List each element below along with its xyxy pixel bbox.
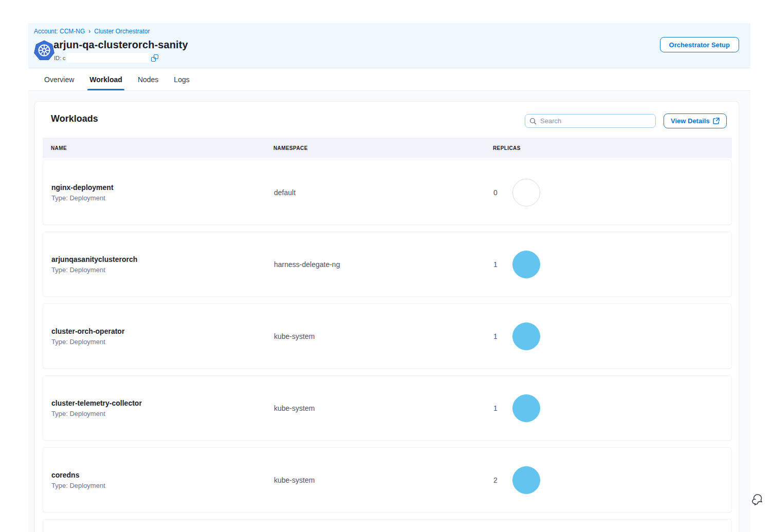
- workload-type: Type: Deployment: [51, 194, 274, 202]
- tab-overview[interactable]: Overview: [43, 68, 75, 90]
- breadcrumb-separator-icon: ›: [88, 28, 90, 35]
- workload-table-body: nginx-deployment Type: Deployment defaul…: [43, 160, 732, 512]
- table-row-partial[interactable]: [43, 519, 732, 532]
- replica-status-circle: [512, 179, 540, 206]
- workload-name-cell: cluster-orch-operator Type: Deployment: [51, 327, 274, 346]
- table-row[interactable]: cluster-telemetry-collector Type: Deploy…: [43, 375, 732, 441]
- copy-icon[interactable]: [151, 54, 158, 62]
- tab-logs[interactable]: Logs: [173, 68, 190, 90]
- orchestrator-setup-button[interactable]: Orchestrator Setup: [660, 37, 739, 52]
- search-icon: [529, 118, 537, 125]
- replica-status-circle: [512, 466, 540, 494]
- breadcrumb: Account: CCM-NG › Cluster Orchestrator: [34, 28, 150, 35]
- table-row[interactable]: arjunqasanityclusterorch Type: Deploymen…: [43, 232, 732, 297]
- workload-name-cell: nginx-deployment Type: Deployment: [51, 183, 274, 202]
- cluster-id-redacted-value: [67, 53, 149, 63]
- workload-replicas-cell: 1: [493, 394, 731, 422]
- search-box: [525, 114, 656, 128]
- breadcrumb-account-link[interactable]: Account: CCM-NG: [34, 28, 85, 35]
- cluster-id-row: ID: c: [54, 53, 158, 63]
- workload-name: arjunqasanityclusterorch: [51, 255, 274, 263]
- workload-name-cell: coredns Type: Deployment: [51, 471, 274, 489]
- replicas-count: 1: [493, 260, 500, 269]
- table-row[interactable]: cluster-orch-operator Type: Deployment k…: [43, 303, 732, 369]
- workload-replicas-cell: 1: [493, 322, 731, 350]
- search-input[interactable]: [540, 117, 651, 125]
- kubernetes-icon: [34, 40, 54, 61]
- workloads-table: NAME NAMESPACE REPLICAS nginx-deployment…: [43, 138, 732, 532]
- content-area: Workloads View Details NAME NAMESPAC: [28, 91, 750, 532]
- workload-name: cluster-orch-operator: [51, 327, 274, 335]
- replicas-count: 1: [493, 404, 500, 412]
- replica-status-circle: [512, 251, 540, 278]
- table-header-row: NAME NAMESPACE REPLICAS: [43, 138, 732, 158]
- workload-namespace: default: [274, 188, 493, 197]
- workloads-title: Workloads: [51, 113, 98, 124]
- workload-replicas-cell: 0: [493, 179, 731, 206]
- workload-replicas-cell: 2: [493, 466, 731, 494]
- column-header-namespace: NAMESPACE: [273, 145, 493, 151]
- workload-replicas-cell: 1: [493, 251, 731, 278]
- breadcrumb-page-link[interactable]: Cluster Orchestrator: [94, 28, 150, 35]
- workload-name: nginx-deployment: [51, 183, 274, 192]
- table-row[interactable]: nginx-deployment Type: Deployment defaul…: [43, 160, 732, 225]
- tab-bar: Overview Workload Nodes Logs: [28, 68, 750, 91]
- table-row[interactable]: coredns Type: Deployment kube-system 2: [43, 447, 732, 512]
- replica-status-circle: [512, 322, 540, 350]
- workload-namespace: kube-system: [274, 476, 493, 484]
- replicas-count: 1: [493, 332, 500, 340]
- workload-name-cell: cluster-telemetry-collector Type: Deploy…: [51, 399, 274, 417]
- workload-type: Type: Deployment: [51, 410, 274, 417]
- cluster-header: Account: CCM-NG › Cluster Orchestrator: [28, 23, 750, 68]
- view-details-label: View Details: [671, 117, 710, 125]
- page-title: arjun-qa-clusterorch-sanity: [53, 39, 188, 51]
- workload-type: Type: Deployment: [51, 266, 274, 274]
- workload-namespace: kube-system: [274, 404, 493, 412]
- workload-type: Type: Deployment: [51, 338, 274, 346]
- workload-name: coredns: [51, 471, 274, 479]
- chat-help-icon[interactable]: [751, 492, 766, 506]
- replicas-count: 0: [493, 188, 500, 197]
- workload-name-cell: arjunqasanityclusterorch Type: Deploymen…: [51, 255, 274, 274]
- view-details-button[interactable]: View Details: [664, 113, 727, 128]
- tab-nodes[interactable]: Nodes: [137, 68, 159, 90]
- workload-namespace: kube-system: [274, 332, 493, 340]
- cluster-id-label: ID: c: [54, 55, 66, 61]
- page: Account: CCM-NG › Cluster Orchestrator: [0, 0, 772, 532]
- tab-workload[interactable]: Workload: [88, 68, 123, 90]
- replicas-count: 2: [493, 476, 500, 484]
- workload-type: Type: Deployment: [51, 482, 274, 489]
- replica-status-circle: [512, 394, 540, 422]
- workload-name: cluster-telemetry-collector: [51, 399, 274, 407]
- column-header-replicas: REPLICAS: [493, 145, 732, 151]
- workloads-card: Workloads View Details NAME NAMESPAC: [34, 101, 739, 532]
- column-header-name: NAME: [51, 145, 273, 151]
- workload-namespace: harness-delegate-ng: [274, 260, 493, 269]
- external-link-icon: [713, 118, 720, 124]
